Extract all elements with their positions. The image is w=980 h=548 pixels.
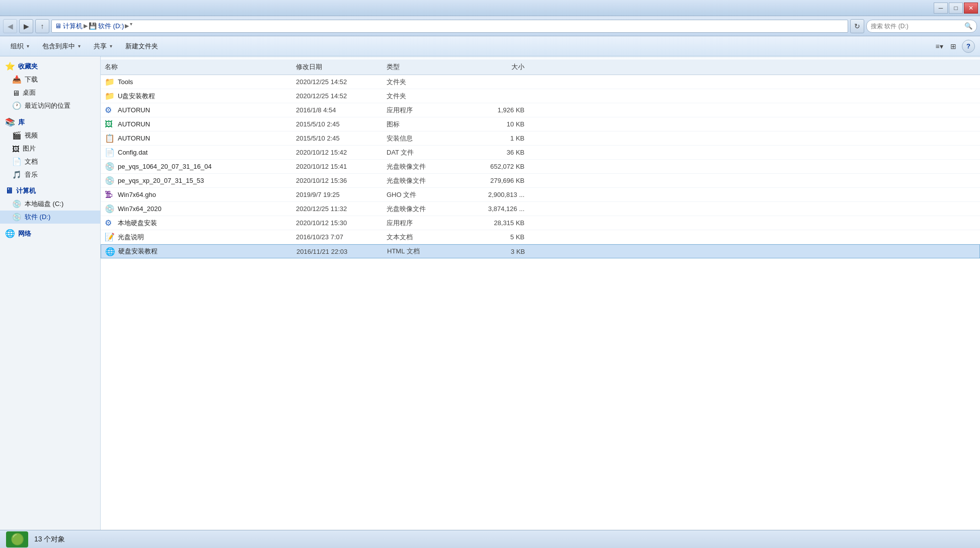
file-name: 光盘说明 — [118, 233, 144, 242]
file-row[interactable]: 💿Win7x64_20202020/12/25 11:32光盘映像文件3,874… — [101, 202, 980, 216]
file-row[interactable]: 📁U盘安装教程2020/12/25 14:52文件夹 — [101, 89, 980, 103]
up-button[interactable]: ↑ — [35, 19, 49, 33]
sidebar: ⭐ 收藏夹 📥 下载 🖥 桌面 🕐 最近访问的位置 📚 库 — [0, 56, 101, 530]
breadcrumb-drive[interactable]: 💾 软件 (D:) — [89, 22, 124, 31]
new-folder-label: 新建文件夹 — [125, 42, 158, 51]
sidebar-header-favorites[interactable]: ⭐ 收藏夹 — [0, 59, 100, 73]
minimize-button[interactable]: ─ — [934, 3, 948, 14]
file-row[interactable]: 🗜Win7x64.gho2019/9/7 19:25GHO 文件2,900,81… — [101, 188, 980, 202]
back-button[interactable]: ◀ — [3, 19, 17, 33]
file-type-cell: 应用程序 — [383, 218, 463, 229]
titlebar: ─ □ ✕ — [0, 0, 980, 16]
desktop-label: 桌面 — [23, 88, 36, 97]
sidebar-item-video[interactable]: 🎬 视频 — [0, 129, 100, 142]
statusbar: 🟢 13 个对象 — [0, 530, 980, 548]
file-date-cell: 2020/12/25 11:32 — [292, 204, 383, 214]
include-button[interactable]: 包含到库中 ▾ — [37, 39, 86, 54]
col-header-type[interactable]: 类型 — [383, 61, 463, 73]
file-icon: 🌐 — [105, 247, 115, 256]
file-name: Tools — [118, 78, 133, 86]
sidebar-header-library[interactable]: 📚 库 — [0, 115, 100, 129]
file-name-cell: 📝光盘说明 — [101, 231, 292, 243]
sidebar-header-network[interactable]: 🌐 网络 — [0, 227, 100, 240]
file-name: pe_yqs_1064_20_07_31_16_04 — [118, 163, 212, 170]
file-row[interactable]: 🌐硬盘安装教程2016/11/21 22:03HTML 文档3 KB — [101, 244, 980, 258]
video-label: 视频 — [25, 131, 38, 140]
file-row[interactable]: ⚙AUTORUN2016/1/8 4:54应用程序1,926 KB — [101, 103, 980, 117]
col-header-name[interactable]: 名称 — [101, 61, 292, 73]
file-row[interactable]: 💿pe_yqs_1064_20_07_31_16_042020/10/12 15… — [101, 160, 980, 174]
close-button[interactable]: ✕ — [964, 3, 978, 14]
file-type-cell: GHO 文件 — [383, 189, 463, 200]
sidebar-section-favorites: ⭐ 收藏夹 📥 下载 🖥 桌面 🕐 最近访问的位置 — [0, 59, 100, 112]
file-name: 本地硬盘安装 — [118, 219, 157, 228]
col-header-date[interactable]: 修改日期 — [292, 61, 383, 73]
file-name-cell: 🌐硬盘安装教程 — [101, 246, 292, 257]
file-name-cell: 📋AUTORUN — [101, 132, 292, 144]
file-name: 硬盘安装教程 — [118, 247, 158, 256]
sidebar-item-documents[interactable]: 📄 文档 — [0, 155, 100, 168]
drive-d-label: 软件 (D:) — [25, 213, 50, 222]
search-icon[interactable]: 🔍 — [964, 22, 972, 30]
file-row[interactable]: 📁Tools2020/12/25 14:52文件夹 — [101, 75, 980, 89]
file-row[interactable]: 📋AUTORUN2015/5/10 2:45安装信息1 KB — [101, 131, 980, 146]
file-icon: ⚙ — [105, 105, 115, 115]
file-size-cell: 2,900,813 ... — [463, 190, 529, 199]
sidebar-item-drive-d[interactable]: 💿 软件 (D:) — [0, 211, 100, 224]
refresh-button[interactable]: ↻ — [850, 19, 864, 33]
file-row[interactable]: 📝光盘说明2016/10/23 7:07文本文档5 KB — [101, 230, 980, 244]
breadcrumb-computer-label: 计算机 — [63, 22, 83, 31]
file-icon: ⚙ — [105, 218, 115, 228]
organize-button[interactable]: 组织 ▾ — [5, 39, 35, 54]
search-input[interactable] — [871, 23, 962, 30]
favorites-label: 收藏夹 — [18, 62, 38, 71]
view-list-button[interactable]: ≡▾ — [933, 40, 946, 53]
help-button[interactable]: ? — [962, 40, 975, 53]
view-grid-button[interactable]: ⊞ — [947, 40, 960, 53]
sidebar-item-music[interactable]: 🎵 音乐 — [0, 168, 100, 181]
file-row[interactable]: 💿pe_yqs_xp_20_07_31_15_532020/10/12 15:3… — [101, 174, 980, 188]
breadcrumb[interactable]: 🖥 计算机 ▶ 💾 软件 (D:) ▶ ▾ — [51, 20, 848, 33]
file-row[interactable]: ⚙本地硬盘安装2020/10/12 15:30应用程序28,315 KB — [101, 216, 980, 230]
file-type-cell: 光盘映像文件 — [383, 161, 463, 172]
desktop-icon: 🖥 — [12, 89, 20, 97]
file-row[interactable]: 📄Config.dat2020/10/12 15:42DAT 文件36 KB — [101, 146, 980, 160]
file-name-cell: 💿pe_yqs_xp_20_07_31_15_53 — [101, 175, 292, 186]
file-icon: 📁 — [105, 91, 115, 101]
file-row[interactable]: 🖼AUTORUN2015/5/10 2:45图标10 KB — [101, 117, 980, 131]
breadcrumb-computer[interactable]: 🖥 计算机 — [55, 22, 83, 31]
library-icon: 📚 — [5, 117, 15, 127]
forward-button[interactable]: ▶ — [19, 19, 33, 33]
file-name-cell: 📁U盘安装教程 — [101, 90, 292, 102]
file-icon: 🗜 — [105, 190, 115, 199]
search-box[interactable]: 🔍 — [866, 20, 977, 33]
sidebar-item-desktop[interactable]: 🖥 桌面 — [0, 86, 100, 99]
file-icon: 📄 — [105, 148, 115, 157]
video-icon: 🎬 — [12, 131, 22, 140]
file-name-cell: 🗜Win7x64.gho — [101, 189, 292, 200]
sidebar-item-recent[interactable]: 🕐 最近访问的位置 — [0, 99, 100, 112]
breadcrumb-sep-2: ▶ — [125, 23, 129, 29]
sidebar-header-computer[interactable]: 🖥 计算机 — [0, 184, 100, 197]
file-date-cell: 2016/10/23 7:07 — [292, 232, 383, 242]
col-header-size[interactable]: 大小 — [463, 61, 529, 73]
sidebar-item-pictures[interactable]: 🖼 图片 — [0, 142, 100, 155]
sidebar-item-downloads[interactable]: 📥 下载 — [0, 73, 100, 86]
sidebar-section-network: 🌐 网络 — [0, 227, 100, 240]
file-date-cell: 2020/10/12 15:36 — [292, 176, 383, 185]
recent-label: 最近访问的位置 — [25, 101, 70, 110]
share-button[interactable]: 共享 ▾ — [88, 39, 118, 54]
file-date-cell: 2015/5/10 2:45 — [292, 133, 383, 143]
file-type-cell: 应用程序 — [383, 105, 463, 116]
new-folder-button[interactable]: 新建文件夹 — [120, 39, 164, 54]
file-name: Win7x64.gho — [118, 191, 156, 198]
pictures-icon: 🖼 — [12, 145, 20, 153]
file-size-cell: 10 KB — [463, 119, 529, 129]
breadcrumb-dropdown[interactable]: ▾ — [130, 21, 139, 31]
file-date-cell: 2020/10/12 15:41 — [292, 162, 383, 171]
file-icon: 💿 — [105, 204, 115, 214]
sidebar-section-computer: 🖥 计算机 💿 本地磁盘 (C:) 💿 软件 (D:) — [0, 184, 100, 224]
file-name: AUTORUN — [118, 120, 150, 128]
sidebar-item-drive-c[interactable]: 💿 本地磁盘 (C:) — [0, 197, 100, 211]
maximize-button[interactable]: □ — [949, 3, 963, 14]
